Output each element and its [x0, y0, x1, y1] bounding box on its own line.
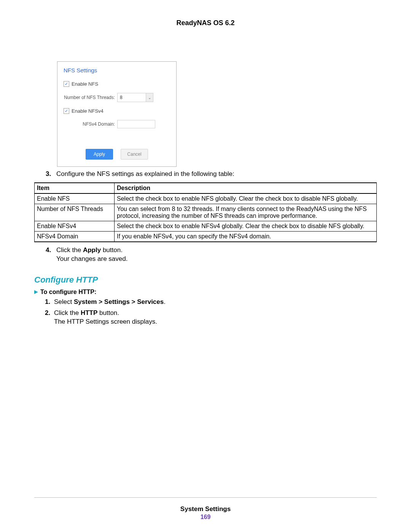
table-row: Enable NFS Select the check box to enabl… [35, 193, 377, 204]
cell-item: NFSv4 Domain [35, 231, 115, 242]
cell-item: Enable NFSv4 [35, 221, 115, 231]
http-step-1-prefix: Select [54, 298, 74, 305]
http-steps: 1. Select System > Settings > Services. … [34, 298, 377, 326]
sub-procedure-heading: To configure HTTP: [34, 289, 377, 296]
enable-nfs-row: ✓ Enable NFS [64, 81, 170, 87]
http-step-1-body: Select System > Settings > Services. [54, 298, 377, 307]
footer-page-number: 169 [34, 514, 377, 521]
http-step-1-suffix: . [164, 298, 166, 305]
nfs-settings-dialog: NFS Settings ✓ Enable NFS Number of NFS … [57, 61, 177, 167]
step-3-number: 3. [46, 170, 56, 179]
sub-procedure-label: To configure HTTP: [40, 289, 96, 296]
threads-value: 8 [118, 93, 146, 102]
enable-nfs-label: Enable NFS [72, 81, 98, 87]
threads-row: Number of NFS Threads: 8 ⌄ [64, 93, 170, 102]
arrow-icon [34, 290, 38, 294]
domain-label: NFSv4 Domain: [64, 121, 115, 127]
domain-row: NFSv4 Domain: [64, 120, 170, 128]
step-4-bold: Apply [83, 246, 101, 254]
http-step-2-number: 2. [45, 309, 54, 326]
http-step-2-prefix: Click the [54, 309, 81, 316]
footer-section-name: System Settings [34, 505, 377, 513]
enable-nfsv4-label: Enable NFSv4 [72, 108, 104, 114]
http-step-1-bold: System > Settings > Services [74, 298, 164, 305]
footer-rule [34, 497, 377, 498]
step-4-number: 4. [46, 246, 56, 264]
http-step-1-number: 1. [45, 298, 54, 307]
cancel-button[interactable]: Cancel [121, 149, 148, 160]
table-row: NFSv4 Domain If you enable NFSv4, you ca… [35, 231, 377, 242]
cell-item: Number of NFS Threads [35, 204, 115, 221]
step-4-prefix: Click the [56, 246, 83, 254]
table-row: Number of NFS Threads You can select fro… [35, 204, 377, 221]
threads-select[interactable]: 8 ⌄ [117, 93, 153, 102]
dialog-title: NFS Settings [64, 67, 170, 73]
step-3: 3. Configure the NFS settings as explain… [46, 170, 377, 179]
header-item: Item [35, 183, 115, 193]
page-root: ReadyNAS OS 6.2 NFS Settings ✓ Enable NF… [0, 0, 411, 532]
domain-input[interactable] [117, 120, 155, 128]
cell-item: Enable NFS [35, 193, 115, 204]
doc-title: ReadyNAS OS 6.2 [34, 19, 377, 27]
table-header-row: Item Description [35, 183, 377, 193]
enable-nfsv4-row: ✓ Enable NFSv4 [64, 108, 170, 114]
header-desc: Description [115, 183, 377, 193]
step-4-body: Click the Apply button. Your changes are… [56, 246, 377, 264]
http-step-2-line2: The HTTP Settings screen displays. [54, 318, 157, 325]
nfs-settings-table: Item Description Enable NFS Select the c… [34, 182, 377, 242]
cell-desc: Select the check box to enable NFSv4 glo… [115, 221, 377, 231]
cell-desc: You can select from 8 to 32 threads. If … [115, 204, 377, 221]
step-4-suffix: button. [101, 246, 123, 254]
step-3-text: Configure the NFS settings as explained … [56, 170, 377, 179]
chevron-down-icon[interactable]: ⌄ [146, 93, 153, 102]
enable-nfsv4-checkbox[interactable]: ✓ [64, 108, 69, 114]
apply-button[interactable]: Apply [86, 149, 113, 160]
cell-desc: If you enable NFSv4, you can specify the… [115, 231, 377, 242]
dialog-buttons: Apply Cancel [64, 149, 170, 160]
http-step-2-body: Click the HTTP button. The HTTP Settings… [54, 309, 377, 326]
cell-desc: Select the check box to enable NFS globa… [115, 193, 377, 204]
section-heading-configure-http: Configure HTTP [34, 275, 377, 285]
page-footer: System Settings 169 [34, 497, 377, 521]
http-step-2-bold: HTTP [81, 309, 97, 316]
step-4-line2: Your changes are saved. [56, 255, 127, 262]
threads-label: Number of NFS Threads: [64, 95, 115, 100]
enable-nfs-checkbox[interactable]: ✓ [64, 81, 69, 87]
http-step-2-suffix: button. [97, 309, 119, 316]
table-row: Enable NFSv4 Select the check box to ena… [35, 221, 377, 231]
step-4: 4. Click the Apply button. Your changes … [46, 246, 377, 264]
